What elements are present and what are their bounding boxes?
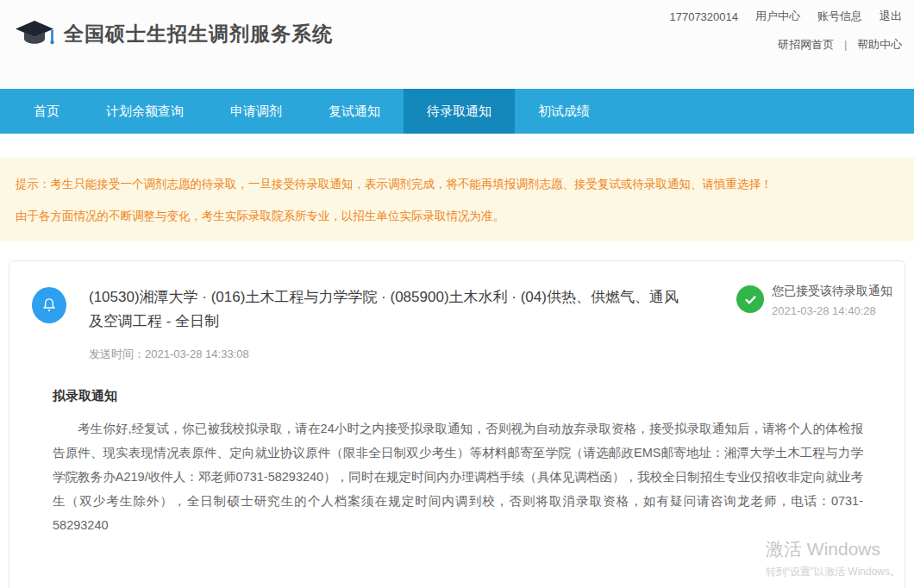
page-header: 全国硕士生招生调剂服务系统 17707320014 用户中心 账号信息 退出 研…	[0, 0, 914, 89]
accepted-status: 您已接受该待录取通知 2021-03-28 14:40:28	[736, 284, 892, 317]
nav-item-plan-balance-query[interactable]: 计划余额查询	[83, 89, 207, 134]
check-circle-icon	[736, 285, 764, 313]
notice-body-title: 拟录取通知	[53, 388, 863, 404]
user-phone-number: 17707320014	[669, 10, 738, 23]
card-body: 拟录取通知 考生你好,经复试，你已被我校拟录取，请在24小时之内接受拟录取通知，…	[9, 362, 905, 537]
link-divider: |	[844, 38, 847, 51]
nav-item-retest-notice[interactable]: 复试通知	[305, 89, 404, 134]
main-nav: 首页 计划余额查询 申请调剂 复试通知 待录取通知 初试成绩	[0, 89, 914, 134]
admission-notice-card: (10530)湘潭大学 · (016)土木工程与力学学院 · (085900)土…	[9, 260, 905, 588]
notice-body-text: 考生你好,经复试，你已被我校拟录取，请在24小时之内接受拟录取通知，否则视为自动…	[53, 416, 863, 537]
status-time: 2021-03-28 14:40:28	[772, 304, 892, 317]
header-user-area: 17707320014 用户中心 账号信息 退出 研招网首页 | 帮助中心	[669, 9, 902, 53]
status-text: 您已接受该待录取通知	[772, 284, 892, 299]
logout-link[interactable]: 退出	[880, 9, 902, 24]
warning-line-2: 由于各方面情况的不断调整与变化，考生实际录取院系所专业，以招生单位实际录取情况为…	[16, 206, 898, 227]
send-time: 发送时间：2021-03-28 14:33:08	[89, 347, 692, 362]
card-header: (10530)湘潭大学 · (016)土木工程与力学学院 · (085900)土…	[9, 261, 905, 362]
site-title: 全国硕士生招生调剂服务系统	[64, 21, 333, 47]
nav-item-pending-admission-notice[interactable]: 待录取通知	[404, 89, 515, 134]
nav-item-apply-adjustment[interactable]: 申请调剂	[207, 89, 305, 134]
help-center-link[interactable]: 帮助中心	[857, 38, 902, 51]
nav-item-initial-exam-score[interactable]: 初试成绩	[515, 89, 613, 134]
user-center-link[interactable]: 用户中心	[755, 9, 800, 24]
admission-title: (10530)湘潭大学 · (016)土木工程与力学学院 · (085900)土…	[89, 285, 692, 334]
account-info-link[interactable]: 账号信息	[817, 9, 862, 24]
graduation-cap-icon	[14, 19, 55, 48]
nav-item-home[interactable]: 首页	[10, 89, 83, 134]
bell-icon	[32, 287, 66, 323]
portal-home-link[interactable]: 研招网首页	[778, 38, 834, 51]
warning-line-1: 提示：考生只能接受一个调剂志愿的待录取，一旦接受待录取通知，表示调剂完成，将不能…	[16, 174, 898, 195]
warning-banner: 提示：考生只能接受一个调剂志愿的待录取，一旦接受待录取通知，表示调剂完成，将不能…	[0, 158, 914, 241]
